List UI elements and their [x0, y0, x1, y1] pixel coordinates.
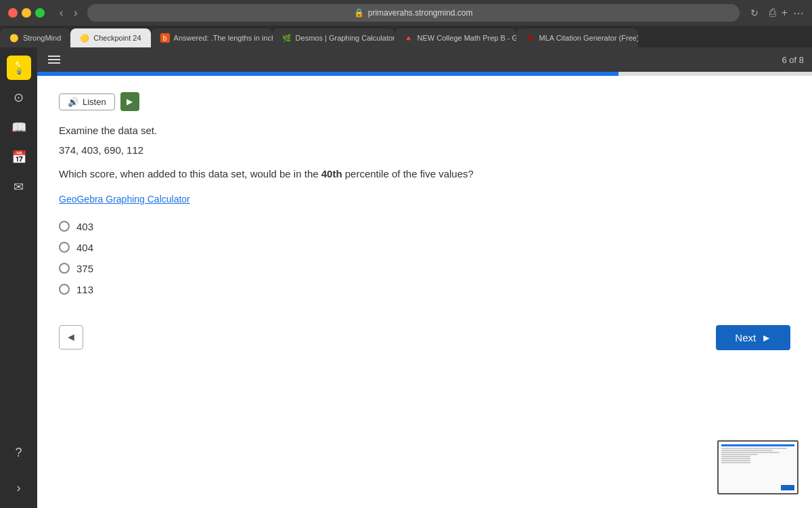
thumbnail-line-4	[721, 454, 758, 455]
tab-answered[interactable]: b Answered: .The lengths in inche...	[151, 28, 273, 47]
sidebar-item-mail[interactable]: ✉	[7, 175, 31, 199]
page-counter: 6 of 8	[782, 55, 804, 65]
answer-option-113[interactable]: 113	[59, 284, 790, 295]
browser-chrome: ‹ › 🔒 primaverahs.strongmind.com ↻ ⎙ + ⋯	[0, 0, 812, 26]
thumbnail-preview	[717, 440, 798, 494]
sidebar-item-gauge[interactable]: ⊙	[7, 85, 31, 110]
tab-strongmind[interactable]: 🟡 StrongMind	[0, 28, 70, 47]
expand-icon: ›	[17, 481, 21, 495]
sidebar-item-help[interactable]: ?	[7, 440, 31, 465]
answer-label-403: 403	[76, 221, 93, 232]
strongmind-tab-icon: 🟡	[9, 33, 19, 43]
listen-bar: 🔊 Listen ▶	[59, 92, 790, 111]
tab-answered-label: Answered: .The lengths in inche...	[174, 34, 273, 42]
answer-choices: 403 404 375 113	[59, 221, 790, 295]
mathprep-tab-icon: 🔺	[404, 33, 413, 43]
tab-desmos[interactable]: 🌿 Desmos | Graphing Calculator	[273, 28, 394, 47]
sidebar-item-calendar[interactable]: 📅	[7, 145, 31, 169]
sidebar-item-book[interactable]: 📖	[7, 115, 31, 140]
sidebar-item-bulb[interactable]: 💡	[7, 56, 31, 80]
new-tab-button[interactable]: +	[782, 7, 788, 20]
answer-label-375: 375	[76, 263, 93, 274]
geogebra-link[interactable]: GeoGebra Graphing Calculator	[59, 194, 190, 205]
thumbnail-next-btn	[781, 485, 794, 490]
next-button[interactable]: Next ►	[716, 325, 790, 350]
hamburger-line-2	[48, 59, 60, 60]
thumbnail-line-5	[721, 456, 750, 457]
back-button[interactable]: ◄	[59, 325, 83, 350]
gauge-icon: ⊙	[14, 90, 24, 105]
question-text-before: Which score, when added to this data set…	[59, 168, 321, 179]
maximize-window-button[interactable]	[35, 8, 45, 18]
tab-strongmind-label: StrongMind	[23, 34, 61, 42]
tab-mla-label: MLA Citation Generator (Free) |...	[539, 34, 638, 42]
book-icon: 📖	[12, 120, 26, 135]
question-text: Which score, when added to this data set…	[59, 167, 790, 182]
mla-tab-icon: S	[526, 33, 535, 43]
content-area: 6 of 8 🔊 Listen ▶ Examine the data set. …	[37, 47, 812, 508]
thumbnail-line-6	[721, 458, 750, 459]
tab-mathprep[interactable]: 🔺 NEW College Math Prep B - Go...	[394, 28, 516, 47]
tabs-bar: 🟡 StrongMind 🟡 Checkpoint 24 b Answered:…	[0, 26, 812, 47]
minimize-window-button[interactable]	[22, 8, 31, 18]
help-icon: ?	[15, 446, 22, 460]
answer-option-403[interactable]: 403	[59, 221, 790, 232]
radio-404[interactable]	[59, 242, 70, 253]
desmos-tab-icon: 🌿	[282, 33, 292, 43]
window-controls	[8, 8, 45, 18]
back-icon: ◄	[66, 331, 76, 343]
listen-button[interactable]: 🔊 Listen	[59, 93, 115, 110]
thumbnail-line-8	[721, 462, 750, 463]
reload-button[interactable]: ↻	[750, 7, 759, 18]
radio-113[interactable]	[59, 284, 70, 295]
radio-375[interactable]	[59, 263, 70, 274]
share-button[interactable]: ⎙	[769, 7, 776, 20]
radio-403[interactable]	[59, 221, 70, 232]
thumbnail-line-7	[721, 460, 750, 461]
tab-mathprep-label: NEW College Math Prep B - Go...	[418, 34, 516, 42]
speaker-icon: 🔊	[68, 97, 78, 107]
calendar-icon: 📅	[12, 150, 26, 165]
mail-icon: ✉	[14, 179, 24, 194]
answer-option-404[interactable]: 404	[59, 242, 790, 253]
thumbnail-content	[719, 442, 797, 467]
answered-tab-icon: b	[160, 33, 170, 43]
url-text: primaverahs.strongmind.com	[368, 8, 473, 18]
answer-label-404: 404	[76, 242, 93, 253]
thumbnail-line-1	[721, 448, 787, 449]
next-label: Next	[735, 332, 756, 343]
nav-arrows: ‹ ›	[55, 5, 82, 20]
close-window-button[interactable]	[8, 8, 18, 18]
thumbnail-line-3	[721, 452, 780, 453]
hamburger-menu-button[interactable]	[45, 53, 63, 66]
tab-checkpoint[interactable]: 🟡 Checkpoint 24	[70, 28, 150, 47]
next-icon: ►	[761, 332, 771, 343]
question-content: 🔊 Listen ▶ Examine the data set. 374, 40…	[37, 76, 812, 508]
content-nav: 6 of 8	[37, 47, 812, 72]
hamburger-line-1	[48, 56, 60, 57]
play-button[interactable]: ▶	[120, 92, 139, 111]
address-bar[interactable]: 🔒 primaverahs.strongmind.com	[87, 4, 740, 22]
percentile-value: 40th	[321, 168, 342, 179]
hamburger-line-3	[48, 62, 60, 64]
thumbnail-progress-bar	[721, 444, 794, 446]
forward-arrow-button[interactable]: ›	[70, 5, 81, 20]
back-arrow-button[interactable]: ‹	[55, 5, 67, 20]
answer-label-113: 113	[76, 284, 93, 295]
question-intro: Examine the data set.	[59, 125, 790, 136]
lock-icon: 🔒	[354, 8, 364, 18]
listen-label: Listen	[83, 97, 106, 107]
tab-desmos-label: Desmos | Graphing Calculator	[296, 34, 394, 42]
browser-actions: ⎙ + ⋯	[769, 7, 804, 20]
checkpoint-tab-icon: 🟡	[80, 33, 89, 43]
sidebar-expand-button[interactable]: ›	[7, 475, 31, 500]
question-text-after: percentile of the five values?	[342, 168, 474, 179]
bulb-icon: 💡	[12, 60, 26, 75]
play-icon: ▶	[127, 97, 133, 106]
dataset-values: 374, 403, 690, 112	[59, 144, 790, 156]
menu-button[interactable]: ⋯	[793, 7, 804, 20]
tab-mla[interactable]: S MLA Citation Generator (Free) |...	[516, 28, 638, 47]
nav-buttons: ◄ Next ►	[59, 317, 790, 358]
answer-option-375[interactable]: 375	[59, 263, 790, 274]
thumbnail-line-2	[721, 450, 773, 451]
